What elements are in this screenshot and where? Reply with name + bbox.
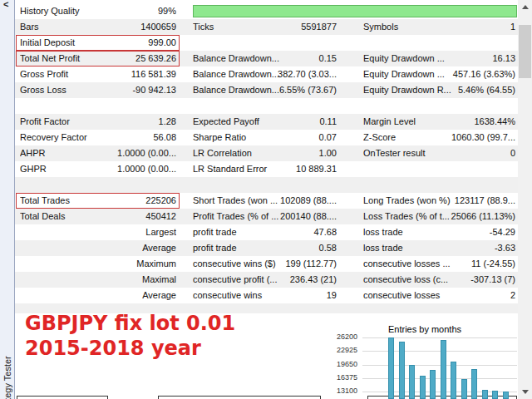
chart-bar bbox=[471, 369, 477, 399]
chart-ytick-label: 22925 bbox=[329, 346, 357, 354]
table-separator-row bbox=[15, 177, 518, 193]
cell-c3v: -54.29 bbox=[416, 224, 515, 240]
cell-c2v: 0.15 bbox=[237, 51, 337, 66]
cell-c3v: 0 bbox=[416, 145, 515, 161]
cell-c1v: 1.0000 (0.00... bbox=[76, 161, 176, 177]
cell-c1v: Average bbox=[76, 288, 176, 303]
cell-c2v: 0.11 bbox=[237, 114, 337, 130]
cell-c1v: Average bbox=[76, 240, 176, 256]
table-separator-row bbox=[15, 98, 518, 114]
cell-c2v: 0.58 bbox=[237, 240, 337, 256]
chart-bar bbox=[503, 392, 509, 399]
chart-title: Entries by months bbox=[354, 324, 495, 334]
cell-c3v: -307.13 (7) bbox=[416, 272, 515, 288]
cell-c2v: 47.68 bbox=[237, 224, 337, 240]
strategy-tester-tab[interactable]: < Strategy Tester bbox=[0, 0, 15, 399]
chart-bar bbox=[482, 390, 488, 399]
cell-c2v: 5591877 bbox=[237, 19, 337, 35]
chevron-left-icon[interactable]: < bbox=[3, 0, 8, 9]
cell-c2v: 236.43 (21) bbox=[237, 272, 337, 288]
report-table: History Quality99%Bars1400659Ticks559187… bbox=[15, 0, 518, 314]
chart-bar bbox=[492, 391, 498, 399]
chart-ytick-label: 16375 bbox=[329, 373, 357, 382]
cell-c2v: 0.07 bbox=[237, 130, 337, 145]
vertical-scrollbar[interactable] bbox=[518, 0, 532, 399]
table-row[interactable]: Initial Deposit999.00 bbox=[15, 35, 518, 51]
chart-ytick-label: 19650 bbox=[329, 360, 357, 368]
scroll-down-button[interactable] bbox=[518, 385, 532, 399]
cell-c3v: 457.16 (3.63%) bbox=[416, 66, 515, 82]
chart-bar bbox=[441, 340, 446, 399]
table-row[interactable]: Maximumconsecutive wins ($)199 (112.77)c… bbox=[15, 256, 518, 272]
table-row[interactable]: Total Net Profit25 639.26Balance Drawdow… bbox=[15, 51, 518, 66]
table-row[interactable]: Gross Loss-90 942.13Balance Drawdown...6… bbox=[15, 82, 518, 98]
table-row[interactable]: Averageconsecutive wins19consecutive los… bbox=[15, 288, 518, 303]
chart-ytick-label: 26200 bbox=[329, 332, 357, 341]
history-quality-progress-bar bbox=[193, 5, 517, 17]
cell-c1v: Maximum bbox=[76, 256, 176, 272]
cell-c2v: 6.55% (73.67) bbox=[237, 82, 337, 98]
cell-c1v: 25 639.26 bbox=[76, 51, 176, 66]
bottom-panel-frame-2 bbox=[158, 396, 321, 399]
chart-bar bbox=[451, 362, 456, 399]
table-row[interactable]: AHPR1.0000 (0.00...LR Correlation1.00OnT… bbox=[15, 145, 518, 161]
table-row[interactable]: Recovery Factor56.08Sharpe Ratio0.07Z-Sc… bbox=[15, 130, 518, 145]
table-row[interactable]: Total Trades225206Short Trades (won ...1… bbox=[15, 193, 518, 209]
cell-c3v: 1638.44% bbox=[416, 114, 515, 130]
scrollbar-thumb[interactable] bbox=[519, 25, 531, 78]
cell-c3v: 11 (-24.55) bbox=[416, 256, 515, 272]
side-tab-label: Strategy Tester bbox=[2, 356, 12, 399]
strategy-tester-report: < Strategy Tester History Quality99%Bars… bbox=[0, 0, 532, 399]
cell-c1v: 1.28 bbox=[76, 114, 176, 130]
table-row[interactable]: Bars1400659Ticks5591877Symbols1 bbox=[15, 19, 518, 35]
arrow-up-icon bbox=[522, 5, 529, 9]
cell-c3v: 16.13 bbox=[416, 51, 515, 66]
cell-c3v: 5.46% (64.55) bbox=[416, 82, 515, 98]
entries-by-months-chart: Entries by months 2620022925196501637513… bbox=[329, 323, 518, 399]
cell-c1v: 999.00 bbox=[76, 35, 176, 51]
cell-c2v: 19 bbox=[237, 288, 337, 303]
cell-c2v: 102089 (88.... bbox=[237, 193, 337, 209]
table-row[interactable]: Averageprofit trade0.58loss trade-3.63 bbox=[15, 240, 518, 256]
cell-c3v: 123117 (88.9... bbox=[416, 193, 515, 209]
annotation-text: GBPJPY fix lot 0.01 2015-2018 year bbox=[25, 311, 235, 361]
scroll-up-button[interactable] bbox=[518, 0, 532, 14]
table-row[interactable]: History Quality99% bbox=[15, 3, 518, 19]
cell-c1v: -90 942.13 bbox=[76, 82, 176, 98]
cell-c1v: 1.0000 (0.00... bbox=[76, 145, 176, 161]
table-row[interactable]: Profit Factor1.28Expected Payoff0.11Marg… bbox=[15, 114, 518, 130]
cell-c1v: 99% bbox=[76, 3, 176, 19]
table-row[interactable]: Largestprofit trade47.68loss trade-54.29 bbox=[15, 224, 518, 240]
cell-c3v: 1060.30 (99.7... bbox=[416, 130, 515, 145]
cell-c1v: Maximal bbox=[76, 272, 176, 288]
cell-c2v: 1.00 bbox=[237, 145, 337, 161]
table-row[interactable]: GHPR1.0000 (0.00...LR Standard Error10 8… bbox=[15, 161, 518, 177]
cell-c1v: 1400659 bbox=[76, 19, 176, 35]
arrow-down-icon bbox=[522, 390, 529, 394]
cell-c2v: 200140 (88.... bbox=[237, 209, 337, 224]
annotation-line2: 2015-2018 year bbox=[25, 336, 235, 361]
cell-c1v: 450412 bbox=[76, 209, 176, 224]
chart-bar bbox=[430, 370, 436, 399]
cell-c1v: 225206 bbox=[76, 193, 176, 209]
table-row[interactable]: Gross Profit116 581.39Balance Drawdown..… bbox=[15, 66, 518, 82]
chart-bar bbox=[388, 337, 394, 399]
bottom-panel-frame-1 bbox=[17, 396, 108, 399]
cell-c3v: -3.63 bbox=[416, 240, 515, 256]
cell-c2v: 10 889.31 bbox=[237, 161, 337, 177]
table-row[interactable]: Maximalconsecutive profit (...236.43 (21… bbox=[15, 272, 518, 288]
cell-c2v: 199 (112.77) bbox=[237, 256, 337, 272]
cell-c1v: 56.08 bbox=[76, 130, 176, 145]
cell-c1v: 116 581.39 bbox=[76, 66, 176, 82]
cell-c3v: 1 bbox=[416, 19, 515, 35]
chart-gridline bbox=[362, 337, 517, 338]
cell-c1v: Largest bbox=[76, 224, 176, 240]
chart-bar bbox=[409, 365, 415, 399]
cell-c2v: 382.70 (3.03... bbox=[237, 66, 337, 82]
cell-c3v: 2 bbox=[416, 288, 515, 303]
chart-ytick-label: 13100 bbox=[329, 387, 357, 395]
table-row[interactable]: Total Deals450412Profit Trades (% of ...… bbox=[15, 209, 518, 224]
chart-bar bbox=[420, 376, 426, 399]
chart-bar bbox=[461, 379, 467, 399]
annotation-line1: GBPJPY fix lot 0.01 bbox=[25, 311, 235, 336]
